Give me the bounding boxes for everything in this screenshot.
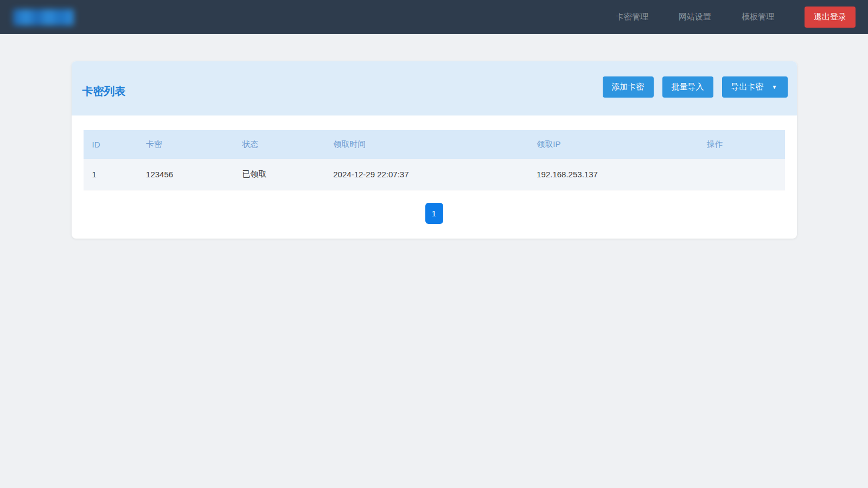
table-header-row: ID 卡密 状态 领取时间 领取IP 操作 [84,130,785,159]
card-key-list-panel: 卡密列表 添加卡密 批量导入 导出卡密 ▼ ID 卡密 [72,61,797,239]
navbar-links: 卡密管理 网站设置 模板管理 退出登录 [616,7,856,28]
top-navbar: 卡密管理 网站设置 模板管理 退出登录 [0,0,868,34]
cell-status: 已领取 [233,159,324,190]
cell-claim-time: 2024-12-29 22:07:37 [324,159,528,190]
add-card-button[interactable]: 添加卡密 [603,76,654,98]
nav-item-template-management[interactable]: 模板管理 [742,12,774,22]
column-header-claim-time: 领取时间 [324,130,528,159]
panel-header: 卡密列表 添加卡密 批量导入 导出卡密 ▼ [72,61,797,115]
column-header-actions: 操作 [698,130,784,159]
page-content: 卡密列表 添加卡密 批量导入 导出卡密 ▼ ID 卡密 [0,34,868,239]
batch-import-button[interactable]: 批量导入 [662,76,713,98]
column-header-status: 状态 [233,130,324,159]
card-key-table: ID 卡密 状态 领取时间 领取IP 操作 1 123456 已领取 2024-… [84,130,785,190]
logout-button[interactable]: 退出登录 [805,7,856,28]
column-header-card-key: 卡密 [137,130,233,159]
panel-title: 卡密列表 [82,84,126,99]
export-card-label: 导出卡密 [731,82,764,92]
nav-item-site-settings[interactable]: 网站设置 [679,12,711,22]
table-row: 1 123456 已领取 2024-12-29 22:07:37 192.168… [84,159,785,190]
app-logo[interactable] [13,9,74,25]
app-logo-redacted-blur [13,9,74,25]
nav-item-card-management[interactable]: 卡密管理 [616,12,648,22]
pagination: 1 [84,203,785,224]
chevron-down-icon: ▼ [772,84,777,90]
pagination-page-1-button[interactable]: 1 [425,203,443,224]
column-header-claim-ip: 领取IP [528,130,698,159]
column-header-id: ID [84,130,138,159]
cell-card-key: 123456 [137,159,233,190]
panel-action-buttons: 添加卡密 批量导入 导出卡密 ▼ [594,76,788,98]
cell-id: 1 [84,159,138,190]
panel-body: ID 卡密 状态 领取时间 领取IP 操作 1 123456 已领取 2024-… [72,115,797,239]
cell-actions [698,159,784,190]
export-card-dropdown-button[interactable]: 导出卡密 ▼ [722,76,788,98]
cell-claim-ip: 192.168.253.137 [528,159,698,190]
